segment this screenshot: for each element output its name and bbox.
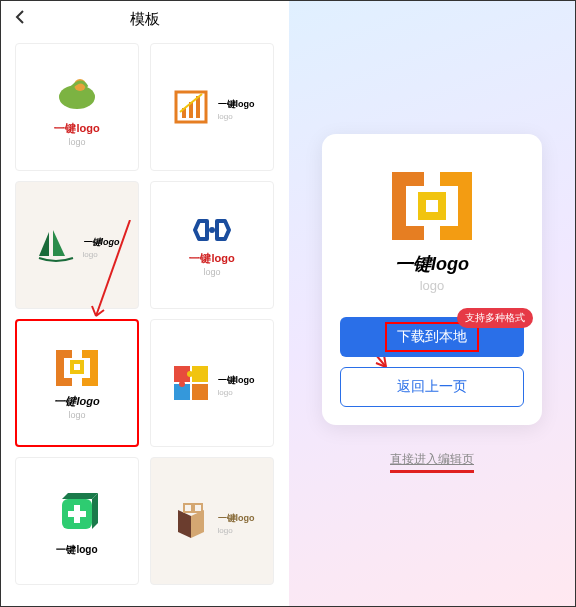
format-badge: 支持多种格式 [457,308,533,328]
svg-rect-12 [192,384,208,400]
puzzle-icon [170,362,212,404]
book-icon [170,500,212,542]
card-brand: 一键logo [83,236,120,249]
preview-card: 一键logo logo 下载到本地 支持多种格式 返回上一页 [322,134,542,425]
preview-logo: 一键logo logo [340,152,524,307]
header: 模板 [1,1,289,37]
chart-icon [170,86,212,128]
svg-rect-20 [422,196,442,216]
page-title: 模板 [13,10,277,29]
card-brand: 一键logo [54,394,99,409]
svg-rect-17 [68,511,86,517]
template-card[interactable]: 一键logo logo [150,457,274,585]
card-sub: logo [218,112,255,121]
card-brand: 一键logo [189,251,234,266]
svg-point-14 [179,381,185,387]
template-card[interactable]: 一键logo logo [150,181,274,309]
template-card[interactable]: 一键logo logo [150,43,274,171]
plus-3d-icon [50,485,104,539]
back-icon[interactable] [15,9,25,30]
card-brand: 一键logo [218,98,255,111]
template-grid: 一键logo logo 一键logo logo [1,37,289,591]
preview-panel: 一键logo logo 下载到本地 支持多种格式 返回上一页 直接进入编辑页 [289,1,575,606]
preview-title: 一键logo [395,252,469,276]
template-card[interactable]: 一键logo logo [150,319,274,447]
download-button[interactable]: 下载到本地 支持多种格式 [340,317,524,357]
svg-point-13 [187,371,193,377]
template-card[interactable]: 一键logo [15,457,139,585]
back-button[interactable]: 返回上一页 [340,367,524,407]
card-brand: 一键logo [218,374,255,387]
card-brand: 一键logo [54,121,99,136]
card-sub: logo [83,250,120,259]
card-brand: 一键logo [218,512,255,525]
sailboat-icon [35,224,77,266]
bracket-icon [382,166,482,246]
card-sub: logo [203,267,220,277]
svg-rect-18 [184,504,192,512]
card-sub: logo [68,410,85,420]
preview-sub: logo [420,278,445,293]
card-sub: logo [68,137,85,147]
card-sub: logo [218,526,255,535]
template-card[interactable]: 一键logo logo [15,43,139,171]
leaf-icon [52,67,102,117]
svg-rect-8 [72,362,82,372]
template-panel: 模板 一键logo logo [1,1,289,606]
infinity-icon [187,213,237,247]
svg-rect-10 [192,366,208,382]
back-label: 返回上一页 [397,378,467,396]
template-card[interactable]: 一键logo logo [15,181,139,309]
svg-rect-19 [194,504,202,512]
bracket-icon [50,346,104,390]
edit-link[interactable]: 直接进入编辑页 [390,451,474,473]
template-card-selected[interactable]: 一键logo logo [15,319,139,447]
svg-point-7 [209,227,215,233]
card-brand: 一键logo [56,543,97,557]
card-sub: logo [218,388,255,397]
